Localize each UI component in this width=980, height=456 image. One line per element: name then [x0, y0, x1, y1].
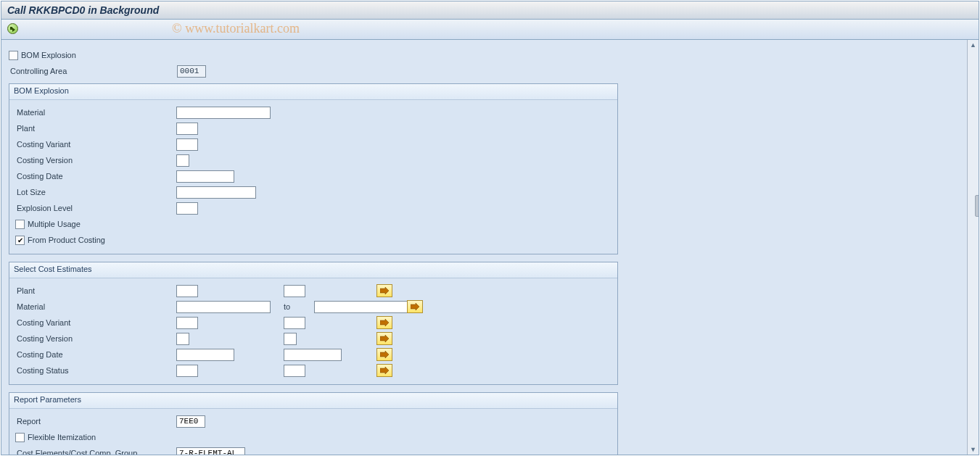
- material-label: Material: [15, 108, 176, 117]
- sel-costing-variant-high[interactable]: [284, 317, 305, 329]
- bom-explosion-checkbox[interactable]: [9, 51, 18, 60]
- svg-marker-3: [380, 335, 389, 342]
- sel-costing-status-low[interactable]: [176, 365, 198, 377]
- execute-icon[interactable]: [7, 23, 18, 34]
- sel-plant-high[interactable]: [284, 285, 305, 297]
- svg-marker-5: [380, 367, 389, 374]
- svg-marker-1: [411, 303, 419, 310]
- vertical-scrollbar[interactable]: ▲ ▼: [967, 40, 979, 455]
- multiple-selection-button[interactable]: [376, 332, 392, 345]
- groupbox-title: Select Cost Estimates: [9, 262, 617, 278]
- to-label: to: [198, 366, 284, 375]
- material-field[interactable]: [176, 107, 271, 119]
- bom-explosion-label: BOM Explosion: [21, 51, 76, 59]
- to-label: to: [271, 302, 314, 311]
- costing-date-field[interactable]: [176, 170, 234, 183]
- arrow-right-icon: [380, 287, 389, 294]
- plant-label: Plant: [15, 124, 176, 133]
- svg-marker-4: [380, 351, 389, 358]
- flexible-itemization-checkbox[interactable]: [15, 433, 25, 442]
- report-field[interactable]: [176, 415, 205, 428]
- svg-marker-2: [380, 319, 389, 326]
- to-label: to: [198, 318, 284, 327]
- sel-plant-low[interactable]: [176, 285, 198, 297]
- controlling-area-label: Controlling Area: [9, 67, 177, 75]
- page-title: Call RKKBPCD0 in Background: [1, 1, 979, 20]
- multiple-selection-button[interactable]: [376, 284, 392, 297]
- costing-version-field[interactable]: [176, 154, 189, 167]
- arrow-right-icon: [411, 303, 419, 310]
- from-product-costing-checkbox[interactable]: [15, 236, 25, 245]
- sel-costing-variant-low[interactable]: [176, 317, 198, 329]
- svg-marker-0: [380, 287, 389, 294]
- sel-costing-version-label: Costing Version: [15, 334, 176, 343]
- sel-costing-date-low[interactable]: [176, 349, 234, 361]
- from-product-costing-label: From Product Costing: [28, 236, 105, 244]
- sel-material-label: Material: [15, 302, 176, 311]
- multiple-selection-button[interactable]: [376, 348, 392, 361]
- groupbox-title: BOM Explosion: [9, 84, 617, 100]
- lot-size-label: Lot Size: [15, 188, 176, 196]
- to-label: to: [189, 334, 284, 343]
- sel-costing-variant-label: Costing Variant: [15, 318, 176, 327]
- arrow-right-icon: [380, 335, 389, 342]
- scroll-up-icon[interactable]: ▲: [968, 40, 979, 50]
- plant-field[interactable]: [176, 123, 198, 135]
- app-toolbar: [1, 20, 979, 40]
- explosion-level-label: Explosion Level: [15, 204, 176, 212]
- report-label: Report: [15, 417, 176, 426]
- multiple-selection-button[interactable]: [376, 364, 392, 377]
- explosion-level-field[interactable]: [176, 202, 198, 215]
- sel-material-high[interactable]: [314, 301, 408, 313]
- scroll-down-icon[interactable]: ▼: [968, 444, 979, 455]
- groupbox-report-parameters: Report Parameters Report Flexible Itemiz…: [9, 392, 618, 455]
- arrow-right-icon: [380, 351, 389, 358]
- scroll-thumb[interactable]: [975, 195, 979, 217]
- multiple-selection-button[interactable]: [407, 300, 423, 313]
- lot-size-field[interactable]: [176, 186, 256, 199]
- controlling-area-field[interactable]: [177, 65, 206, 78]
- sel-costing-status-label: Costing Status: [15, 366, 176, 375]
- arrow-right-icon: [380, 367, 389, 374]
- groupbox-select-cost-estimates: Select Cost Estimates Plant to Material: [9, 262, 618, 385]
- sel-costing-version-high[interactable]: [284, 333, 297, 345]
- to-label: to: [234, 350, 284, 359]
- ce-group-field[interactable]: [176, 447, 245, 455]
- multiple-usage-label: Multiple Usage: [28, 220, 81, 228]
- flexible-itemization-label: Flexible Itemization: [28, 433, 96, 442]
- sel-material-low[interactable]: [176, 301, 271, 313]
- costing-date-label: Costing Date: [15, 172, 176, 181]
- arrow-right-icon: [380, 319, 389, 326]
- costing-variant-field[interactable]: [176, 138, 198, 151]
- groupbox-bom-explosion: BOM Explosion Material Plant Costing Var…: [9, 83, 618, 254]
- costing-version-label: Costing Version: [15, 156, 176, 165]
- multiple-selection-button[interactable]: [376, 316, 392, 329]
- sel-costing-date-high[interactable]: [284, 349, 342, 361]
- selection-screen: BOM Explosion Controlling Area BOM Explo…: [1, 40, 967, 455]
- sel-costing-version-low[interactable]: [176, 333, 189, 345]
- groupbox-title: Report Parameters: [9, 393, 617, 409]
- ce-group-label: Cost Elements/Cost Comp. Group: [15, 449, 176, 455]
- to-label: to: [198, 286, 284, 295]
- multiple-usage-checkbox[interactable]: [15, 220, 25, 229]
- sel-costing-date-label: Costing Date: [15, 350, 176, 359]
- sel-costing-status-high[interactable]: [284, 365, 305, 377]
- costing-variant-label: Costing Variant: [15, 140, 176, 149]
- sel-plant-label: Plant: [15, 286, 176, 295]
